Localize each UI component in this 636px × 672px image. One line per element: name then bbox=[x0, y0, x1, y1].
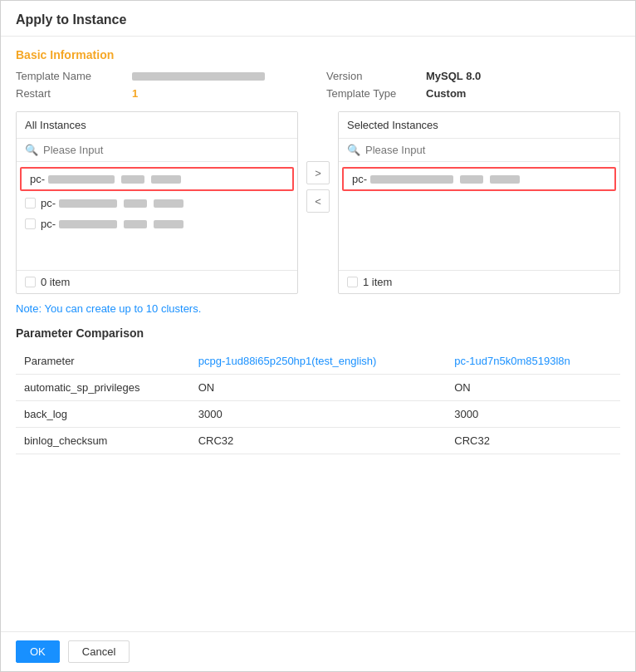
transfer-buttons: > < bbox=[306, 111, 330, 213]
blurred-1b bbox=[121, 175, 144, 184]
all-instance-item-2-label: pc- bbox=[41, 197, 56, 209]
blurred-2a bbox=[59, 199, 117, 208]
param-name-1: back_log bbox=[16, 401, 190, 428]
selected-instances-list: pc- bbox=[339, 162, 619, 270]
param-val2-2: CRC32 bbox=[446, 428, 620, 454]
selected-instance-item-1[interactable]: pc- bbox=[342, 167, 616, 191]
selected-instances-panel: Selected Instances 🔍 pc- bbox=[338, 111, 620, 294]
all-instance-item-1[interactable]: pc- bbox=[20, 167, 294, 191]
param-val2-1: 3000 bbox=[446, 401, 620, 428]
all-instance-item-3-label: pc- bbox=[41, 218, 56, 230]
param-table-row-1: back_log30003000 bbox=[16, 401, 620, 428]
all-instance-item-2-checkbox[interactable] bbox=[25, 198, 36, 208]
param-col1-header[interactable]: pcpg-1ud88i65p250hp1(test_english) bbox=[190, 348, 447, 375]
all-instance-item-3[interactable]: pc- bbox=[17, 213, 297, 234]
all-instances-select-all-checkbox[interactable] bbox=[25, 277, 36, 287]
template-name-blurred bbox=[132, 72, 265, 81]
blurred-3a bbox=[59, 220, 117, 228]
selected-instances-search-box[interactable]: 🔍 bbox=[339, 139, 619, 162]
param-col-header: Parameter bbox=[16, 348, 190, 375]
all-instance-item-3-checkbox[interactable] bbox=[25, 218, 36, 229]
all-instances-search-icon: 🔍 bbox=[25, 144, 38, 156]
sel-blurred-1c bbox=[490, 175, 520, 184]
selected-instances-footer: 1 item bbox=[339, 270, 619, 293]
param-val1-0: ON bbox=[190, 375, 447, 401]
transfer-left-button[interactable]: < bbox=[306, 189, 330, 213]
transfer-right-button[interactable]: > bbox=[306, 161, 330, 184]
param-val2-0: ON bbox=[446, 375, 620, 401]
blurred-2c bbox=[154, 199, 183, 208]
all-instance-item-1-label: pc- bbox=[30, 173, 45, 185]
sel-blurred-1a bbox=[370, 175, 453, 184]
dialog-body: Basic Information Template Name Version … bbox=[1, 37, 635, 631]
param-comparison-title: Parameter Comparison bbox=[16, 326, 620, 340]
cancel-button[interactable]: Cancel bbox=[68, 640, 130, 663]
all-instances-header: All Instances bbox=[17, 112, 297, 139]
all-instances-footer: 0 item bbox=[17, 270, 297, 293]
template-name-value bbox=[132, 70, 326, 82]
sel-blurred-1b bbox=[460, 175, 483, 184]
all-instances-panel: All Instances 🔍 pc- bbox=[16, 111, 298, 294]
all-instance-item-2-content: pc- bbox=[41, 197, 289, 209]
all-instances-list: pc- pc- bbox=[17, 162, 297, 270]
blurred-3c bbox=[154, 220, 183, 228]
param-comparison-table: Parameter pcpg-1ud88i65p250hp1(test_engl… bbox=[16, 348, 620, 454]
selected-instances-select-all-checkbox[interactable] bbox=[347, 277, 358, 287]
all-instance-item-3-content: pc- bbox=[41, 218, 289, 230]
param-col2-header[interactable]: pc-1ud7n5k0m85193l8n bbox=[446, 348, 620, 375]
dialog-footer: OK Cancel bbox=[1, 631, 635, 671]
restart-label: Restart bbox=[16, 87, 132, 100]
param-name-0: automatic_sp_privileges bbox=[16, 375, 190, 401]
template-type-label: Template Type bbox=[326, 87, 426, 100]
blurred-3b bbox=[124, 220, 147, 228]
all-instances-search-input[interactable] bbox=[43, 144, 289, 156]
blurred-1c bbox=[151, 175, 181, 184]
selected-instances-header: Selected Instances bbox=[339, 112, 619, 139]
selected-instance-item-1-label: pc- bbox=[352, 173, 367, 185]
all-instances-count: 0 item bbox=[41, 276, 70, 288]
param-name-2: binlog_checksum bbox=[16, 428, 190, 454]
dialog-title: Apply to Instance bbox=[1, 1, 635, 37]
param-table-header-row: Parameter pcpg-1ud88i65p250hp1(test_engl… bbox=[16, 348, 620, 375]
all-instance-item-2[interactable]: pc- bbox=[17, 193, 297, 213]
instance-panels: All Instances 🔍 pc- bbox=[16, 111, 620, 294]
version-value: MySQL 8.0 bbox=[426, 70, 620, 82]
param-val1-2: CRC32 bbox=[190, 428, 447, 454]
selected-instance-item-1-content: pc- bbox=[352, 173, 606, 185]
template-name-label: Template Name bbox=[16, 70, 132, 82]
param-table-row-0: automatic_sp_privilegesONON bbox=[16, 375, 620, 401]
ok-button[interactable]: OK bbox=[16, 640, 60, 663]
basic-info-section-title: Basic Information bbox=[16, 48, 620, 61]
blurred-1a bbox=[48, 175, 115, 184]
selected-instances-search-input[interactable] bbox=[365, 144, 611, 156]
template-type-value: Custom bbox=[426, 87, 620, 100]
restart-value: 1 bbox=[132, 87, 326, 100]
note-text: Note: You can create up to 10 clusters. bbox=[16, 302, 620, 315]
version-label: Version bbox=[326, 70, 426, 82]
all-instances-search-box[interactable]: 🔍 bbox=[17, 139, 297, 162]
selected-instances-count: 1 item bbox=[363, 276, 392, 288]
apply-to-instance-dialog: Apply to Instance Basic Information Temp… bbox=[0, 0, 636, 672]
param-val1-1: 3000 bbox=[190, 401, 447, 428]
basic-info-grid: Template Name Version MySQL 8.0 Restart … bbox=[16, 70, 620, 100]
param-table-row-2: binlog_checksumCRC32CRC32 bbox=[16, 428, 620, 454]
selected-instances-search-icon: 🔍 bbox=[347, 144, 360, 156]
blurred-2b bbox=[124, 199, 147, 208]
all-instance-item-1-content: pc- bbox=[30, 173, 284, 185]
